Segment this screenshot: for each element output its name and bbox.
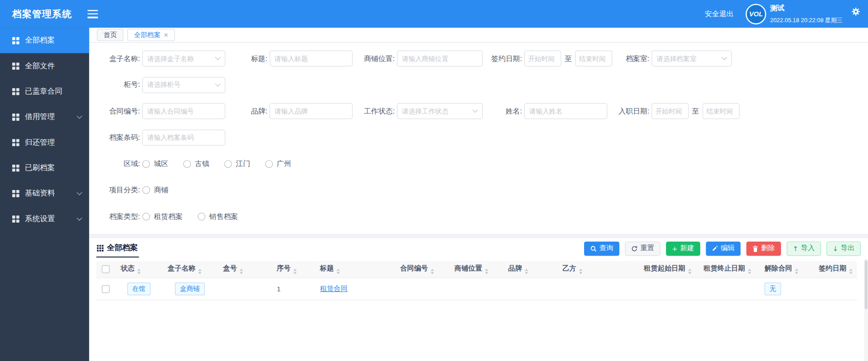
datetime-text: 2022.05.18 20:22:08 星期三 — [770, 17, 843, 24]
sort-icon — [579, 269, 582, 274]
filter-panel: 盒子名称: 标题: 商铺位置: 签约日期: 至 — [89, 43, 868, 233]
sign-date-start-input[interactable] — [524, 51, 561, 67]
column-header-title[interactable]: 标题 — [315, 261, 395, 278]
archives-table: 状态 盒子名称 盒号 序号 标题 合同编号 商铺位置 品牌 乙方 租赁起始日期 … — [96, 261, 857, 300]
cell-shop-location — [449, 278, 503, 300]
reset-button[interactable]: 重置 — [625, 241, 660, 256]
column-header-box-name[interactable]: 盒子名称 — [162, 261, 217, 278]
create-button[interactable]: + 新建 — [666, 241, 700, 256]
tab-home[interactable]: 首页 — [97, 29, 123, 41]
delete-button[interactable]: 删除 — [746, 241, 781, 256]
sidebar-item-label: 已刷档案 — [25, 163, 55, 173]
sidebar-item-all-archives[interactable]: 全部档案 — [0, 28, 89, 53]
tab-bar: 首页 全部档案 × — [89, 28, 868, 43]
barcode-input[interactable] — [142, 129, 226, 146]
cell-lease-end — [698, 278, 759, 300]
menu-toggle-icon[interactable] — [87, 10, 98, 18]
brand-input[interactable] — [269, 103, 353, 119]
filter-row: 项目分类: 商铺 — [98, 177, 863, 203]
cell-checkbox — [96, 278, 115, 300]
entry-date-end-input[interactable] — [703, 103, 740, 119]
app-header: 档案管理系统 安全退出 VOL 测试 2022.05.18 20:22:08 星… — [0, 0, 868, 28]
grid-icon — [12, 62, 19, 70]
status-badge: 在馆 — [127, 282, 150, 295]
scrollbar-thumb[interactable] — [865, 260, 868, 309]
sort-icon — [525, 269, 528, 274]
sidebar-item-label: 全部档案 — [25, 35, 55, 45]
tab-all-archives[interactable]: 全部档案 × — [127, 29, 175, 41]
sidebar-item-scanned-archives[interactable]: 已刷档案 — [0, 155, 89, 180]
entry-date-label: 入职日期: — [607, 106, 649, 116]
archive-type-label: 档案类型: — [98, 211, 140, 221]
column-header-party-b[interactable]: 乙方 — [557, 261, 638, 278]
sort-icon — [293, 269, 297, 274]
table-row: 在馆 盒商铺 1 租赁合同 无 — [96, 278, 857, 300]
sidebar-item-label: 归还管理 — [25, 138, 55, 147]
filter-row: 档案条码: — [98, 124, 863, 151]
contract-no-input[interactable] — [142, 103, 226, 119]
column-header-lease-end[interactable]: 租赁终止日期 — [698, 261, 759, 278]
cabinet-select[interactable] — [142, 77, 226, 93]
column-header-contract-no[interactable]: 合同编号 — [395, 261, 449, 278]
work-status-select[interactable] — [397, 103, 483, 119]
sidebar-item-stamped-contracts[interactable]: 已盖章合同 — [0, 79, 89, 104]
user-name: 测试 — [770, 4, 785, 12]
app-window: 档案管理系统 安全退出 VOL 测试 2022.05.18 20:22:08 星… — [0, 0, 868, 361]
filter-row: 档案类型: 租赁档案 销售档案 — [98, 203, 863, 229]
import-button[interactable]: ↑ 导入 — [787, 241, 821, 256]
brand-label: 品牌: — [225, 106, 267, 116]
column-header-terminate[interactable]: 解除合同 — [759, 261, 813, 278]
contract-no-label: 合同编号: — [98, 106, 140, 116]
cell-contract-no — [395, 278, 449, 300]
sidebar-item-all-files[interactable]: 全部文件 — [0, 53, 89, 79]
header-right: 安全退出 VOL 测试 2022.05.18 20:22:08 星期三 — [705, 2, 860, 25]
export-button[interactable]: ↓ 导出 — [826, 241, 861, 256]
shop-location-input[interactable] — [397, 51, 483, 67]
grid-icon — [12, 139, 19, 146]
box-name-select[interactable] — [142, 51, 226, 67]
table-header-row: 状态 盒子名称 盒号 序号 标题 合同编号 商铺位置 品牌 乙方 租赁起始日期 … — [96, 261, 857, 278]
project-category-radio-option[interactable]: 商铺 — [142, 185, 169, 195]
region-radio-option[interactable]: 广州 — [265, 159, 292, 169]
sidebar-item-system-settings[interactable]: 系统设置 — [0, 206, 89, 232]
filter-row: 合同编号: 品牌: 工作状态: 姓名: — [98, 98, 863, 124]
archive-room-select[interactable] — [651, 51, 732, 67]
entry-date-start-input[interactable] — [651, 103, 689, 119]
region-label: 区域: — [98, 159, 140, 169]
logout-link[interactable]: 安全退出 — [705, 9, 734, 19]
sort-icon — [336, 269, 340, 274]
settings-button[interactable] — [851, 7, 860, 16]
close-icon[interactable]: × — [164, 31, 168, 38]
column-header-shop-location[interactable]: 商铺位置 — [449, 261, 503, 278]
sidebar-item-borrow-management[interactable]: 借用管理 — [0, 104, 89, 129]
radio-icon — [142, 160, 150, 168]
region-radio-option[interactable]: 城区 — [142, 159, 169, 169]
name-input[interactable] — [524, 103, 608, 119]
filter-row: 柜号: — [98, 72, 863, 98]
archive-type-radio-option[interactable]: 租赁档案 — [142, 211, 183, 221]
column-header-box-no[interactable]: 盒号 — [217, 261, 271, 278]
grid-icon — [12, 37, 19, 44]
select-all-checkbox[interactable] — [102, 266, 109, 273]
row-title-link[interactable]: 租赁合同 — [320, 285, 348, 292]
vertical-scrollbar[interactable] — [864, 259, 868, 361]
sidebar-item-basic-data[interactable]: 基础资料 — [0, 180, 89, 206]
row-checkbox[interactable] — [102, 285, 109, 293]
region-radio-option[interactable]: 江门 — [224, 159, 250, 169]
region-radio-option[interactable]: 古镇 — [183, 159, 209, 169]
select-all-cell — [96, 261, 115, 278]
cell-lease-start — [638, 278, 698, 300]
column-header-seq[interactable]: 序号 — [271, 261, 315, 278]
sidebar-item-label: 系统设置 — [25, 214, 55, 224]
sidebar-item-return-management[interactable]: 归还管理 — [0, 130, 89, 155]
search-button[interactable]: 查询 — [584, 241, 619, 256]
column-header-status[interactable]: 状态 — [115, 261, 162, 278]
column-header-brand[interactable]: 品牌 — [503, 261, 557, 278]
column-header-sign-date[interactable]: 签约日期 — [813, 261, 857, 278]
title-input[interactable] — [269, 51, 353, 67]
edit-button[interactable]: 编辑 — [706, 241, 741, 256]
barcode-label: 档案条码: — [98, 133, 140, 142]
archive-type-radio-option[interactable]: 销售档案 — [198, 211, 238, 221]
title-label: 标题: — [225, 53, 267, 63]
column-header-lease-start[interactable]: 租赁起始日期 — [638, 261, 698, 278]
